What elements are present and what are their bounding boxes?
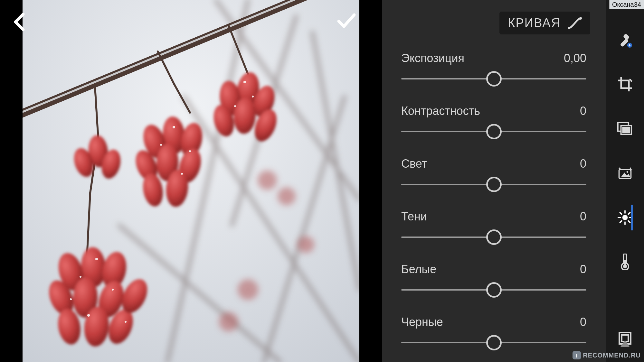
svg-line-85 <box>620 221 622 223</box>
slider-thumb[interactable] <box>486 71 502 87</box>
slider-track-whites[interactable] <box>401 282 586 298</box>
svg-marker-73 <box>621 172 630 177</box>
slider-value: 0 <box>580 263 586 276</box>
sliders-group: Экспозиция 0,00 Контрастность 0 Свет <box>401 51 586 351</box>
slider-thumb[interactable] <box>486 229 502 245</box>
slider-track-highlights[interactable] <box>401 176 586 192</box>
svg-marker-90 <box>620 340 630 347</box>
crop-icon <box>617 77 633 92</box>
svg-point-51 <box>234 105 236 107</box>
slider-value: 0 <box>580 210 586 223</box>
photo-canvas-area <box>0 0 382 362</box>
svg-point-61 <box>125 321 127 323</box>
slider-track-contrast[interactable] <box>401 124 586 140</box>
edited-photo[interactable] <box>23 0 359 362</box>
slider-whites: Белые 0 <box>401 263 586 298</box>
svg-point-55 <box>181 173 183 175</box>
svg-rect-65 <box>622 33 630 41</box>
presets-icon <box>617 122 633 136</box>
auto-enhance-tool[interactable] <box>617 165 633 181</box>
slider-value: 0 <box>580 157 586 171</box>
slider-label: Контрастность <box>401 104 480 118</box>
svg-line-84 <box>628 212 630 214</box>
svg-point-59 <box>87 314 90 317</box>
svg-point-62 <box>568 27 570 29</box>
watermark-badge-icon: i <box>573 351 581 359</box>
light-icon <box>617 209 633 226</box>
slider-shadows: Тени 0 <box>401 210 586 245</box>
svg-point-77 <box>622 215 628 220</box>
light-adjustments-panel: КРИВАЯ Экспозиция 0,00 Контрастность <box>382 0 606 362</box>
color-tool[interactable] <box>617 254 633 270</box>
svg-point-60 <box>70 298 72 300</box>
slider-thumb[interactable] <box>486 335 502 350</box>
svg-rect-71 <box>622 127 630 133</box>
watermark-text: RECOMMEND.RU <box>583 352 641 359</box>
slider-track-shadows[interactable] <box>401 229 586 245</box>
svg-point-53 <box>160 144 162 146</box>
svg-marker-75 <box>628 167 632 172</box>
crop-tool[interactable] <box>617 77 633 92</box>
app-root: КРИВАЯ Экспозиция 0,00 Контрастность <box>0 0 644 362</box>
svg-point-8 <box>258 171 277 190</box>
slider-label: Экспозиция <box>401 51 464 65</box>
healing-brush-icon <box>617 32 633 48</box>
svg-point-74 <box>626 171 628 173</box>
expand-up-icon[interactable] <box>620 339 630 349</box>
svg-point-57 <box>80 276 81 278</box>
svg-point-12 <box>219 312 238 331</box>
site-watermark: i RECOMMEND.RU <box>573 351 641 359</box>
svg-line-82 <box>620 212 622 214</box>
tool-strip <box>606 0 644 362</box>
slider-label: Черные <box>401 315 443 329</box>
slider-thumb[interactable] <box>486 282 502 298</box>
svg-point-54 <box>189 150 191 152</box>
slider-value: 0,00 <box>564 51 586 65</box>
user-tag: Оксана34 <box>609 0 644 9</box>
slider-blacks: Черные 0 <box>401 315 586 351</box>
confirm-checkmark-icon[interactable] <box>337 12 356 31</box>
auto-enhance-icon <box>617 166 633 180</box>
slider-label: Свет <box>401 157 427 171</box>
curve-icon <box>568 17 582 29</box>
back-icon[interactable] <box>12 12 26 33</box>
svg-point-11 <box>238 279 258 300</box>
slider-value: 0 <box>580 104 586 118</box>
slider-highlights: Свет 0 <box>401 157 586 192</box>
slider-exposure: Экспозиция 0,00 <box>401 51 586 87</box>
svg-point-10 <box>298 236 314 253</box>
tone-curve-label: КРИВАЯ <box>508 16 561 30</box>
slider-label: Белые <box>401 263 436 276</box>
slider-contrast: Контрастность 0 <box>401 104 586 140</box>
color-temperature-icon <box>619 254 631 270</box>
slider-track-exposure[interactable] <box>401 71 586 87</box>
slider-thumb[interactable] <box>486 124 502 139</box>
svg-point-63 <box>579 17 582 20</box>
svg-point-58 <box>112 289 114 291</box>
svg-line-83 <box>628 221 630 223</box>
svg-point-56 <box>95 258 98 260</box>
slider-value: 0 <box>580 315 586 329</box>
slider-label: Тени <box>401 210 427 223</box>
healing-brush-tool[interactable] <box>617 32 633 48</box>
tone-curve-button[interactable]: КРИВАЯ <box>499 12 590 34</box>
svg-point-49 <box>243 81 246 83</box>
light-tool[interactable] <box>617 210 633 225</box>
svg-point-9 <box>278 187 296 205</box>
slider-track-blacks[interactable] <box>401 335 586 351</box>
slider-thumb[interactable] <box>486 177 502 192</box>
presets-tool[interactable] <box>617 121 633 136</box>
svg-point-50 <box>252 96 254 97</box>
svg-point-52 <box>173 126 175 128</box>
